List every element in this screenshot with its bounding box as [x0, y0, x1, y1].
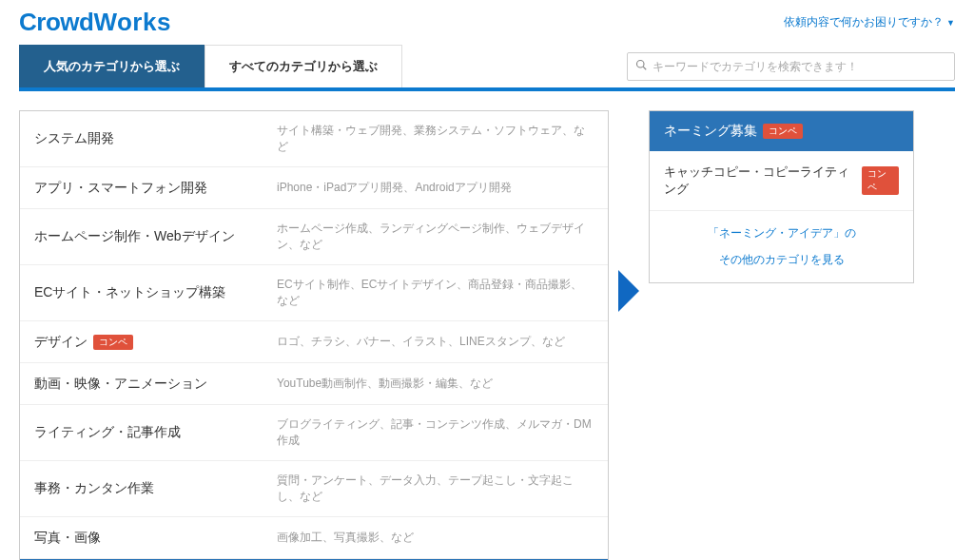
category-desc: YouTube動画制作、動画撮影・編集、など: [277, 376, 594, 392]
category-title-text: ホームページ制作・Webデザイン: [34, 228, 235, 245]
category-title: 動画・映像・アニメーション: [34, 376, 277, 393]
category-desc: 画像加工、写真撮影、など: [277, 530, 594, 546]
svg-point-0: [637, 61, 645, 68]
category-row[interactable]: 写真・画像画像加工、写真撮影、など: [20, 517, 608, 559]
category-title: 写真・画像: [34, 530, 277, 547]
chevron-down-icon: ▼: [946, 18, 955, 28]
category-title: ライティング・記事作成: [34, 424, 277, 441]
subcategory-label: キャッチコピー・コピーライティング: [664, 164, 856, 198]
svg-line-1: [643, 67, 646, 69]
category-title-text: ECサイト・ネットショップ構築: [34, 284, 225, 301]
nav-bar: 人気のカテゴリから選ぶ すべてのカテゴリから選ぶ: [0, 45, 974, 87]
more-link-line2: その他のカテゴリを見る: [719, 250, 845, 271]
category-list: システム開発サイト構築・ウェブ開発、業務システム・ソフトウェア、などアプリ・スマ…: [19, 110, 609, 560]
subcategory-header[interactable]: ネーミング募集 コンペ: [650, 111, 913, 151]
subcategory-row[interactable]: キャッチコピー・コピーライティングコンペ: [650, 151, 913, 211]
compe-badge: コンペ: [763, 124, 803, 139]
logo-text-crowd: Crowd: [19, 8, 93, 36]
tab-all[interactable]: すべてのカテゴリから選ぶ: [205, 45, 402, 87]
search-box[interactable]: [627, 52, 955, 81]
category-row[interactable]: 動画・映像・アニメーションYouTube動画制作、動画撮影・編集、など: [20, 363, 608, 405]
category-title-text: 写真・画像: [34, 530, 101, 547]
right-arrow-icon: [618, 270, 639, 312]
category-desc: サイト構築・ウェブ開発、業務システム・ソフトウェア、など: [277, 123, 594, 155]
search-wrap: [414, 52, 955, 81]
category-title: ホームページ制作・Webデザイン: [34, 228, 277, 245]
category-title-text: 動画・映像・アニメーション: [34, 376, 207, 393]
category-title: デザインコンペ: [34, 334, 277, 351]
category-desc: 質問・アンケート、データ入力、テープ起こし・文字起こし、など: [277, 473, 594, 505]
category-title-text: ライティング・記事作成: [34, 424, 181, 441]
category-title-text: デザイン: [34, 334, 88, 351]
category-row[interactable]: 事務・カンタン作業質問・アンケート、データ入力、テープ起こし・文字起こし、など: [20, 461, 608, 517]
category-desc: ホームページ作成、ランディングページ制作、ウェブデザイン、など: [277, 221, 594, 253]
category-title: システム開発: [34, 130, 277, 147]
compe-badge: コンペ: [862, 166, 899, 195]
logo-text-works: Works: [93, 8, 171, 36]
tabs: 人気のカテゴリから選ぶ すべてのカテゴリから選ぶ: [19, 45, 402, 87]
category-desc: ロゴ、チラシ、バナー、イラスト、LINEスタンプ、など: [277, 334, 594, 350]
category-title: アプリ・スマートフォン開発: [34, 180, 277, 197]
more-link-line1: 「ネーミング・アイデア」の: [708, 223, 856, 244]
logo[interactable]: CrowdWorks: [19, 8, 171, 37]
category-title-text: 事務・カンタン作業: [34, 480, 154, 497]
more-categories-link[interactable]: 「ネーミング・アイデア」の その他のカテゴリを見る: [650, 211, 913, 282]
category-row[interactable]: システム開発サイト構築・ウェブ開発、業務システム・ソフトウェア、など: [20, 111, 608, 167]
category-row[interactable]: ライティング・記事作成ブログライティング、記事・コンテンツ作成、メルマガ・DM作…: [20, 405, 608, 461]
category-desc: iPhone・iPadアプリ開発、Androidアプリ開発: [277, 180, 594, 196]
category-title: ECサイト・ネットショップ構築: [34, 284, 277, 301]
content: システム開発サイト構築・ウェブ開発、業務システム・ソフトウェア、などアプリ・スマ…: [0, 91, 974, 560]
category-title-text: システム開発: [34, 130, 114, 147]
header: CrowdWorks 依頼内容で何かお困りですか？ ▼: [0, 0, 974, 45]
subcategory-panel: ネーミング募集 コンペ キャッチコピー・コピーライティングコンペ 「ネーミング・…: [649, 110, 914, 283]
category-row[interactable]: ECサイト・ネットショップ構築ECサイト制作、ECサイトデザイン、商品登録・商品…: [20, 265, 608, 321]
category-title-text: アプリ・スマートフォン開発: [34, 180, 207, 197]
category-desc: ECサイト制作、ECサイトデザイン、商品登録・商品撮影、など: [277, 277, 594, 309]
search-input[interactable]: [653, 60, 946, 73]
search-icon: [635, 59, 647, 73]
help-link[interactable]: 依頼内容で何かお困りですか？ ▼: [784, 14, 955, 30]
category-row[interactable]: アプリ・スマートフォン開発iPhone・iPadアプリ開発、Androidアプリ…: [20, 167, 608, 209]
help-link-label: 依頼内容で何かお困りですか？: [784, 14, 944, 30]
category-row[interactable]: デザインコンペロゴ、チラシ、バナー、イラスト、LINEスタンプ、など: [20, 321, 608, 363]
subcategory-header-label: ネーミング募集: [664, 123, 757, 140]
category-title: 事務・カンタン作業: [34, 480, 277, 497]
compe-badge: コンペ: [93, 335, 133, 350]
category-row[interactable]: ホームページ制作・Webデザインホームページ作成、ランディングページ制作、ウェブ…: [20, 209, 608, 265]
arrow-column: [618, 110, 639, 472]
tab-popular[interactable]: 人気のカテゴリから選ぶ: [19, 45, 205, 87]
category-desc: ブログライティング、記事・コンテンツ作成、メルマガ・DM作成: [277, 416, 594, 449]
